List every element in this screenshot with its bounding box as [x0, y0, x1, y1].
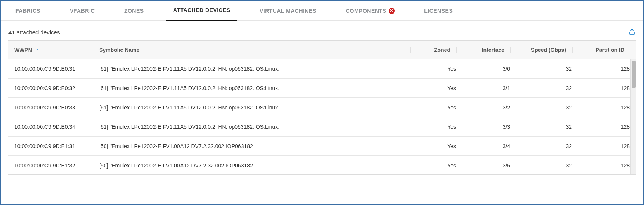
tab-attached-devices[interactable]: ATTACHED DEVICES: [166, 1, 237, 21]
cell-iface: 3/3: [462, 124, 516, 130]
tab-label: LICENSES: [424, 8, 453, 14]
cell-wwpn: 10:00:00:00:C9:9D:E0:34: [8, 124, 93, 130]
col-header-symbolic-name[interactable]: Symbolic Name: [93, 47, 411, 53]
cell-name: [50] "Emulex LPe12002-E FV1.00A12 DV7.2.…: [93, 143, 416, 149]
app-frame: FABRICS VFABRIC ZONES ATTACHED DEVICES V…: [0, 0, 644, 205]
cell-speed: 32: [516, 124, 578, 130]
col-header-partition-id[interactable]: Partition ID: [573, 47, 630, 53]
cell-wwpn: 10:00:00:00:C9:9D:E0:32: [8, 85, 93, 91]
cell-name: [61] "Emulex LPe12002-E FV1.11A5 DV12.0.…: [93, 66, 416, 72]
tab-zones[interactable]: ZONES: [117, 1, 151, 21]
cell-iface: 3/2: [462, 104, 516, 111]
col-header-label: WWPN: [14, 47, 32, 53]
cell-name: [61] "Emulex LPe12002-E FV1.11A5 DV12.0.…: [93, 124, 416, 130]
cell-zoned: Yes: [416, 85, 462, 91]
col-header-interface[interactable]: Interface: [457, 47, 511, 53]
tab-label: VFABRIC: [70, 8, 95, 14]
cell-wwpn: 10:00:00:00:C9:9D:E1:31: [8, 143, 93, 149]
tab-vfabric[interactable]: VFABRIC: [63, 1, 102, 21]
summary-row: 41 attached devices: [8, 29, 636, 36]
col-header-label: Interface: [482, 47, 504, 53]
cell-iface: 3/0: [462, 66, 516, 72]
cell-iface: 3/5: [462, 162, 516, 169]
col-header-label: Partition ID: [595, 47, 624, 53]
col-header-label: Speed (Gbps): [531, 47, 566, 53]
cell-speed: 32: [516, 66, 578, 72]
table-row[interactable]: 10:00:00:00:C9:9D:E0:31 [61] "Emulex LPe…: [8, 59, 636, 79]
table-body: 10:00:00:00:C9:9D:E0:31 [61] "Emulex LPe…: [8, 59, 636, 174]
scrollbar-thumb[interactable]: [632, 61, 636, 88]
cell-name: [61] "Emulex LPe12002-E FV1.11A5 DV12.0.…: [93, 104, 416, 111]
devices-table: WWPN ↑ Symbolic Name Zoned Interface Spe…: [8, 40, 636, 175]
col-header-wwpn[interactable]: WWPN ↑: [8, 47, 93, 53]
error-icon: ✕: [389, 8, 395, 14]
content-area: 41 attached devices WWPN ↑ Symbolic Name: [1, 21, 643, 175]
col-header-label: Symbolic Name: [99, 47, 139, 53]
tab-fabrics[interactable]: FABRICS: [8, 1, 47, 21]
cell-iface: 3/1: [462, 85, 516, 91]
sort-asc-icon: ↑: [36, 47, 39, 53]
table-row[interactable]: 10:00:00:00:C9:9D:E0:34 [61] "Emulex LPe…: [8, 117, 636, 137]
tab-licenses[interactable]: LICENSES: [417, 1, 460, 21]
table-body-wrapper: 10:00:00:00:C9:9D:E0:31 [61] "Emulex LPe…: [8, 59, 636, 174]
tab-label: VIRTUAL MACHINES: [260, 8, 316, 14]
cell-speed: 32: [516, 162, 578, 169]
col-header-speed[interactable]: Speed (Gbps): [511, 47, 573, 53]
tab-virtual-machines[interactable]: VIRTUAL MACHINES: [253, 1, 323, 21]
cell-pid: 128: [578, 124, 636, 130]
table-row[interactable]: 10:00:00:00:C9:9D:E1:31 [50] "Emulex LPe…: [8, 137, 636, 156]
table-row[interactable]: 10:00:00:00:C9:9D:E1:32 [50] "Emulex LPe…: [8, 156, 636, 174]
tab-label: ZONES: [124, 8, 144, 14]
cell-pid: 128: [578, 85, 636, 91]
cell-pid: 128: [578, 66, 636, 72]
cell-speed: 32: [516, 104, 578, 111]
tab-components[interactable]: COMPONENTS ✕: [339, 1, 402, 21]
cell-name: [61] "Emulex LPe12002-E FV1.11A5 DV12.0.…: [93, 85, 416, 91]
cell-name: [50] "Emulex LPe12002-E FV1.00A12 DV7.2.…: [93, 162, 416, 169]
scrollbar-track[interactable]: [630, 59, 636, 174]
tab-bar: FABRICS VFABRIC ZONES ATTACHED DEVICES V…: [1, 1, 643, 21]
table-row[interactable]: 10:00:00:00:C9:9D:E0:33 [61] "Emulex LPe…: [8, 98, 636, 117]
table-header: WWPN ↑ Symbolic Name Zoned Interface Spe…: [8, 41, 636, 59]
tab-label: FABRICS: [15, 8, 41, 14]
export-icon[interactable]: [629, 29, 636, 36]
cell-iface: 3/4: [462, 143, 516, 149]
col-header-label: Zoned: [434, 47, 450, 53]
cell-pid: 128: [578, 162, 636, 169]
col-header-zoned[interactable]: Zoned: [411, 47, 457, 53]
cell-pid: 128: [578, 104, 636, 111]
cell-speed: 32: [516, 85, 578, 91]
cell-wwpn: 10:00:00:00:C9:9D:E1:32: [8, 162, 93, 169]
device-count-label: 41 attached devices: [8, 29, 60, 36]
tab-label: COMPONENTS: [346, 8, 386, 14]
cell-wwpn: 10:00:00:00:C9:9D:E0:33: [8, 104, 93, 111]
cell-speed: 32: [516, 143, 578, 149]
cell-zoned: Yes: [416, 104, 462, 111]
cell-zoned: Yes: [416, 66, 462, 72]
table-row[interactable]: 10:00:00:00:C9:9D:E0:32 [61] "Emulex LPe…: [8, 79, 636, 98]
cell-pid: 128: [578, 143, 636, 149]
cell-zoned: Yes: [416, 162, 462, 169]
cell-wwpn: 10:00:00:00:C9:9D:E0:31: [8, 66, 93, 72]
cell-zoned: Yes: [416, 143, 462, 149]
cell-zoned: Yes: [416, 124, 462, 130]
tab-label: ATTACHED DEVICES: [173, 7, 230, 13]
